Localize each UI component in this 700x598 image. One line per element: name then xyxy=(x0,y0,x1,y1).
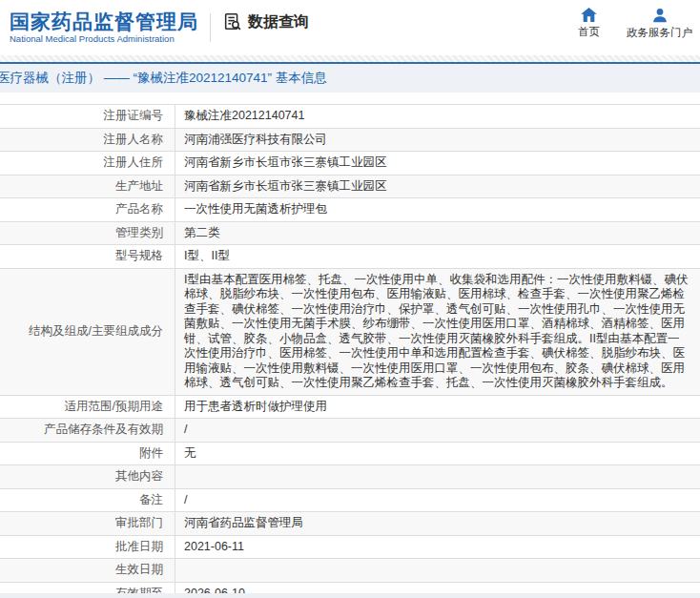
breadcrumb-bar: 医疗器械（注册） —— “豫械注准20212140741” 基本信息 xyxy=(0,64,700,93)
row-value: 豫械注准20212140741 xyxy=(175,105,700,129)
data-query-label: 数据查询 xyxy=(248,12,309,32)
row-label: 管理类别 xyxy=(0,221,175,245)
row-value: I型、II型 xyxy=(175,245,700,269)
row-label: 生产地址 xyxy=(0,175,175,198)
table-row: 审批部门河南省药品监督管理局 xyxy=(0,512,700,536)
row-value: 河南省新乡市长垣市张三寨镇工业园区 xyxy=(175,152,700,175)
nmpa-logo[interactable]: 国家药品监督管理局 National Medical Products Admi… xyxy=(10,10,198,45)
footer-strip xyxy=(0,593,700,598)
row-value xyxy=(175,559,700,583)
row-label: 型号规格 xyxy=(0,245,175,269)
logo-title: 国家药品监督管理局 xyxy=(10,10,198,32)
table-row: 产品储存条件及有效期/ xyxy=(0,419,700,443)
row-label: 结构及组成/主要组成成分 xyxy=(0,268,175,395)
row-label: 审批部门 xyxy=(0,512,175,536)
stripe-band xyxy=(0,55,700,62)
home-icon xyxy=(581,8,597,22)
header-nav: 首页 政务服务门户 xyxy=(578,8,692,40)
table-row: 附件无 xyxy=(0,442,700,465)
row-label: 注册人住所 xyxy=(0,152,175,175)
row-value: 用于患者透析时做护理使用 xyxy=(175,395,700,419)
table-row: 注册人住所河南省新乡市长垣市张三寨镇工业园区 xyxy=(0,152,700,175)
row-label: 产品名称 xyxy=(0,198,175,222)
header: 国家药品监督管理局 National Medical Products Admi… xyxy=(0,0,700,55)
breadcrumb: 医疗器械（注册） —— “豫械注准20212140741” 基本信息 xyxy=(0,70,327,87)
user-icon xyxy=(652,8,668,23)
registration-info-table: 注册证编号豫械注准20212140741注册人名称河南浦强医疗科技有限公司注册人… xyxy=(0,104,700,598)
nav-item-label: 首页 xyxy=(578,25,600,39)
logo-subtitle: National Medical Products Administration xyxy=(10,34,198,44)
row-label: 生效日期 xyxy=(0,559,175,583)
table-row: 适用范围/预期用途用于患者透析时做护理使用 xyxy=(0,395,700,419)
row-label: 附件 xyxy=(0,442,175,465)
table-row: 型号规格I型、II型 xyxy=(0,245,700,269)
row-label: 备注 xyxy=(0,488,175,512)
nav-item-label: 政务服务门户 xyxy=(627,26,692,40)
table-row: 注册证编号豫械注准20212140741 xyxy=(0,105,700,129)
nav-item-gov-portal[interactable]: 政务服务门户 xyxy=(627,8,692,40)
row-label: 适用范围/预期用途 xyxy=(0,395,175,419)
row-label: 产品储存条件及有效期 xyxy=(0,419,175,443)
row-value: / xyxy=(175,419,700,443)
row-value xyxy=(175,465,700,489)
row-value: 第二类 xyxy=(175,221,700,245)
row-label: 注册证编号 xyxy=(0,105,175,129)
row-label: 批准日期 xyxy=(0,535,175,559)
nav-item-home[interactable]: 首页 xyxy=(578,8,600,40)
row-value: 一次性使用无菌透析护理包 xyxy=(175,198,700,222)
table-row: 批准日期2021-06-11 xyxy=(0,535,700,559)
row-value: 河南浦强医疗科技有限公司 xyxy=(175,128,700,152)
table-row: 结构及组成/主要组成成分I型由基本配置医用棉签、托盘、一次性使用中单、收集袋和选… xyxy=(0,268,700,395)
row-value: I型由基本配置医用棉签、托盘、一次性使用中单、收集袋和选用配件：一次性使用敷料镊… xyxy=(175,268,700,395)
row-value: 河南省新乡市长垣市张三寨镇工业园区 xyxy=(175,175,700,198)
page: 国家药品监督管理局 National Medical Products Admi… xyxy=(0,0,700,598)
row-value: 无 xyxy=(175,442,700,465)
row-label: 注册人名称 xyxy=(0,128,175,152)
table-row: 产品名称一次性使用无菌透析护理包 xyxy=(0,198,700,222)
row-value: 2021-06-11 xyxy=(175,535,700,559)
table-row: 生产地址河南省新乡市长垣市张三寨镇工业园区 xyxy=(0,175,700,198)
table-row: 注册人名称河南浦强医疗科技有限公司 xyxy=(0,128,700,152)
row-label: 其他内容 xyxy=(0,465,175,489)
document-search-icon xyxy=(222,11,243,32)
row-value: 河南省药品监督管理局 xyxy=(175,512,700,536)
table-row: 备注/ xyxy=(0,488,700,512)
row-value: / xyxy=(175,488,700,512)
table-row: 其他内容 xyxy=(0,465,700,489)
data-query-section[interactable]: 数据查询 xyxy=(222,11,309,32)
table-row: 生效日期 xyxy=(0,559,700,583)
table-row: 管理类别第二类 xyxy=(0,221,700,245)
header-divider xyxy=(210,13,211,42)
